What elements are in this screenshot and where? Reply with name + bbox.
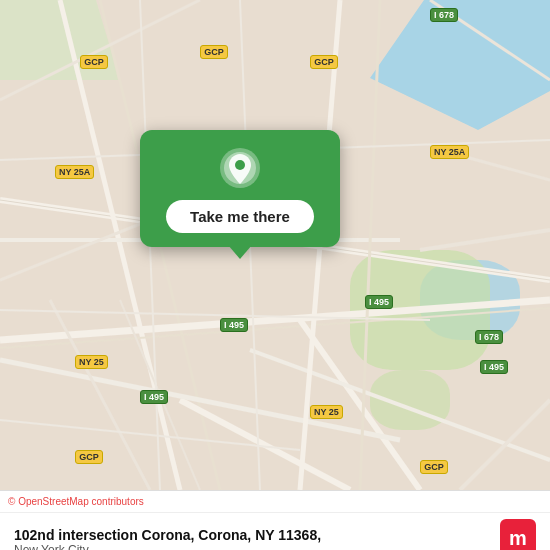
highway-badge-i495-mid-left: I 495	[220, 318, 248, 332]
highway-badge-gcp-top-left: GCP	[80, 55, 108, 69]
moovit-logo: m moovit	[500, 519, 536, 550]
highway-badge-gcp-top-right: GCP	[310, 55, 338, 69]
address-block: 102nd intersection Corona, Corona, NY 11…	[14, 527, 490, 551]
highway-badge-i678-top: I 678	[430, 8, 458, 22]
highway-badge-ny25-bottom: NY 25	[310, 405, 343, 419]
location-pin-icon	[218, 146, 262, 190]
svg-point-28	[235, 160, 245, 170]
svg-line-13	[0, 0, 200, 100]
take-me-there-button[interactable]: Take me there	[166, 200, 314, 233]
svg-line-19	[420, 230, 550, 250]
svg-line-5	[0, 300, 550, 340]
highway-badge-ny25a-right: NY 25A	[430, 145, 469, 159]
highway-badge-gcp-bottom-left: GCP	[75, 450, 103, 464]
svg-line-20	[460, 400, 550, 490]
highway-badge-gcp-bottom-right: GCP	[420, 460, 448, 474]
map-container: I 678GCPGCPGCPNY 25ANY 25ANY 25I 495I 49…	[0, 0, 550, 490]
svg-line-6	[0, 308, 550, 348]
location-popup: Take me there	[140, 130, 340, 247]
highway-badge-ny25-left: NY 25	[75, 355, 108, 369]
highway-badge-i495-right: I 495	[480, 360, 508, 374]
address-title: 102nd intersection Corona, Corona, NY 11…	[14, 527, 490, 543]
address-subtitle: New York City	[14, 543, 490, 551]
highway-badge-gcp-top-mid: GCP	[200, 45, 228, 59]
svg-line-23	[0, 420, 300, 450]
attribution-bar: © OpenStreetMap contributors	[0, 490, 550, 512]
openstreetmap-credit: © OpenStreetMap contributors	[8, 496, 144, 507]
highway-badge-i495-mid-right: I 495	[365, 295, 393, 309]
highway-badge-i495-bottom: I 495	[140, 390, 168, 404]
highway-badge-ny25a-left: NY 25A	[55, 165, 94, 179]
moovit-icon: m	[500, 519, 536, 550]
highway-badge-i678-bottom: I 678	[475, 330, 503, 344]
svg-text:m: m	[509, 527, 527, 549]
footer: 102nd intersection Corona, Corona, NY 11…	[0, 512, 550, 550]
